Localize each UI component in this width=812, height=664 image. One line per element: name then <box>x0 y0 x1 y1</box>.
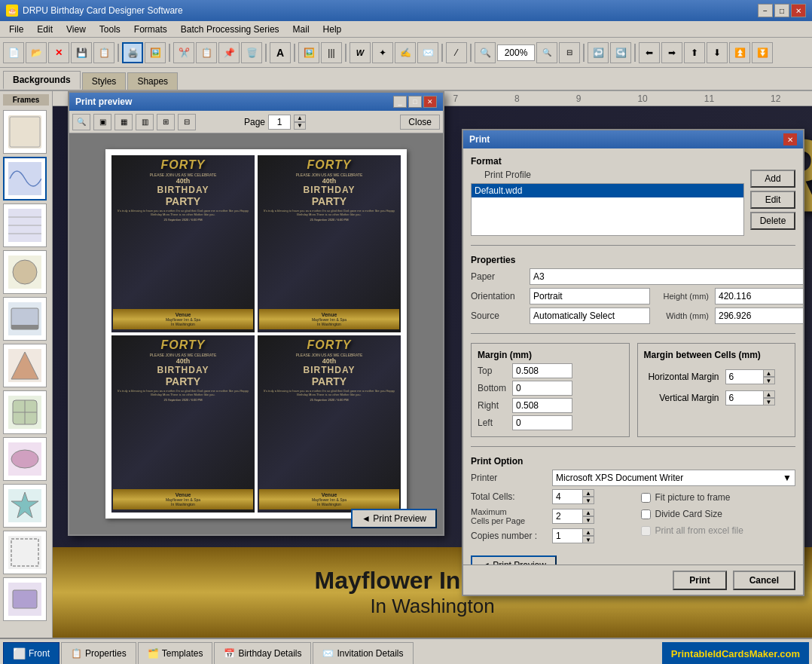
tb-zoom-in[interactable]: 🔍 <box>475 42 496 63</box>
menu-help[interactable]: Help <box>317 23 348 36</box>
max-cells-input[interactable] <box>552 509 582 524</box>
print-dialog-close-btn[interactable]: ✕ <box>783 133 797 145</box>
sidebar-item-11[interactable] <box>3 577 47 621</box>
tb-img[interactable]: 🖼️ <box>298 42 319 63</box>
tb-save[interactable]: 💾 <box>71 42 92 63</box>
print-preview-action-btn[interactable]: ◄ Print Preview <box>471 555 557 565</box>
bottom-tab-invitation[interactable]: ✉️ Invitation Details <box>313 642 413 664</box>
preview-layout-4[interactable]: ⊞ <box>157 114 175 130</box>
tb-text[interactable]: A <box>270 42 291 63</box>
tb-email[interactable]: ✉️ <box>417 42 438 63</box>
tb-paste[interactable]: 📌 <box>218 42 240 63</box>
page-spin-up[interactable]: ▲ <box>294 115 306 122</box>
source-input[interactable] <box>530 308 650 324</box>
tb-align-left[interactable]: ⬅ <box>639 42 660 63</box>
tb-redo[interactable]: ↪️ <box>610 42 631 63</box>
menu-batch[interactable]: Batch Processing Series <box>175 23 285 36</box>
bottom-tab-properties[interactable]: 📋 Properties <box>61 642 136 664</box>
preview-layout-3[interactable]: ▥ <box>136 114 154 130</box>
edit-profile-btn[interactable]: Edit <box>750 191 795 209</box>
preview-layout-5[interactable]: ⊟ <box>178 114 196 130</box>
print-excel-checkbox[interactable] <box>641 526 651 536</box>
max-cells-up[interactable]: ▲ <box>582 509 594 516</box>
divide-card-checkbox[interactable] <box>641 509 651 519</box>
v-margin-up[interactable]: ▲ <box>763 390 775 398</box>
preview-minimize-btn[interactable]: _ <box>393 96 407 108</box>
preview-layout-1[interactable]: ▣ <box>93 114 111 130</box>
left-input[interactable] <box>512 415 572 430</box>
right-input[interactable] <box>512 398 572 413</box>
tb-zoom-out[interactable]: 🔍 <box>536 42 557 63</box>
menu-edit[interactable]: Edit <box>31 23 59 36</box>
tb-front[interactable]: ⏫ <box>729 42 750 63</box>
total-cells-input[interactable] <box>552 489 582 504</box>
tb-clipart[interactable]: ✦ <box>372 42 393 63</box>
tb-align-right[interactable]: ➡ <box>661 42 682 63</box>
tab-shapes[interactable]: Shapes <box>127 72 178 90</box>
tb-saveas[interactable]: 📋 <box>93 42 114 63</box>
bottom-tab-birthday[interactable]: 📅 Birthday Details <box>214 642 311 664</box>
tb-fit[interactable]: ⊟ <box>559 42 580 63</box>
sidebar-item-1[interactable] <box>3 110 47 154</box>
preview-maximize-btn[interactable]: □ <box>408 96 422 108</box>
sidebar-item-5[interactable] <box>3 297 47 341</box>
copies-input[interactable] <box>552 528 582 543</box>
tb-signature[interactable]: ✍️ <box>395 42 416 63</box>
tb-undo[interactable]: ↩️ <box>588 42 609 63</box>
sidebar-item-7[interactable] <box>3 390 47 434</box>
tb-align-up[interactable]: ⬆ <box>684 42 705 63</box>
sidebar-item-9[interactable] <box>3 484 47 528</box>
total-cells-down[interactable]: ▼ <box>582 497 594 504</box>
tb-open[interactable]: 📂 <box>26 42 47 63</box>
menu-tools[interactable]: Tools <box>93 23 127 36</box>
sidebar-item-3[interactable] <box>3 203 47 247</box>
h-margin-input[interactable] <box>725 369 763 384</box>
preview-layout-2[interactable]: ▦ <box>114 114 133 130</box>
v-margin-down[interactable]: ▼ <box>763 398 775 405</box>
preview-close-btn[interactable]: ✕ <box>423 96 437 108</box>
close-button[interactable]: ✕ <box>791 4 806 17</box>
menu-formats[interactable]: Formats <box>128 23 173 36</box>
preview-close-button[interactable]: Close <box>400 115 440 130</box>
menu-view[interactable]: View <box>60 23 92 36</box>
bottom-tab-templates[interactable]: 🗂️ Templates <box>138 642 213 664</box>
preview-page-input[interactable] <box>268 115 291 130</box>
cancel-action-btn[interactable]: Cancel <box>733 571 795 590</box>
add-profile-btn[interactable]: Add <box>750 170 795 188</box>
total-cells-up[interactable]: ▲ <box>582 489 594 497</box>
profile-item-default[interactable]: Default.wdd <box>472 184 743 197</box>
menu-file[interactable]: File <box>3 23 29 36</box>
tb-align-down[interactable]: ⬇ <box>707 42 728 63</box>
menu-mail[interactable]: Mail <box>287 23 316 36</box>
fit-picture-checkbox[interactable] <box>641 493 651 503</box>
top-input[interactable] <box>512 363 572 378</box>
h-margin-up[interactable]: ▲ <box>763 369 775 377</box>
copies-down[interactable]: ▼ <box>582 536 594 543</box>
print-preview-link-btn[interactable]: ◄ Print Preview <box>351 509 437 528</box>
maximize-button[interactable]: □ <box>774 4 789 17</box>
width-input[interactable] <box>715 308 803 324</box>
preview-zoom-btn[interactable]: 🔍 <box>72 114 90 130</box>
tab-backgrounds[interactable]: Backgrounds <box>3 71 81 90</box>
orientation-input[interactable] <box>530 288 650 304</box>
tb-new[interactable]: 📄 <box>3 42 24 63</box>
sidebar-item-10[interactable] <box>3 531 47 574</box>
minimize-button[interactable]: − <box>758 4 773 17</box>
paper-input[interactable] <box>530 268 803 285</box>
tb-back[interactable]: ⏬ <box>752 42 773 63</box>
sidebar-item-4[interactable] <box>3 250 47 294</box>
sidebar-item-2[interactable] <box>3 157 47 200</box>
h-margin-down[interactable]: ▼ <box>763 377 775 384</box>
bottom-tab-front[interactable]: ⬜ Front <box>3 642 60 664</box>
tb-wordart[interactable]: W <box>350 42 371 63</box>
delete-profile-btn[interactable]: Delete <box>750 212 795 230</box>
printer-dropdown[interactable]: Microsoft XPS Document Writer ▼ <box>552 470 795 486</box>
tb-barcode[interactable]: ||| <box>321 42 342 63</box>
tab-styles[interactable]: Styles <box>82 72 127 90</box>
bottom-input[interactable] <box>512 381 572 396</box>
copies-up[interactable]: ▲ <box>582 528 594 536</box>
tb-close-file[interactable]: ✕ <box>48 42 69 63</box>
sidebar-item-6[interactable] <box>3 344 47 387</box>
tb-line[interactable]: ⁄ <box>446 42 467 63</box>
tb-print[interactable]: 🖨️ <box>122 42 143 63</box>
